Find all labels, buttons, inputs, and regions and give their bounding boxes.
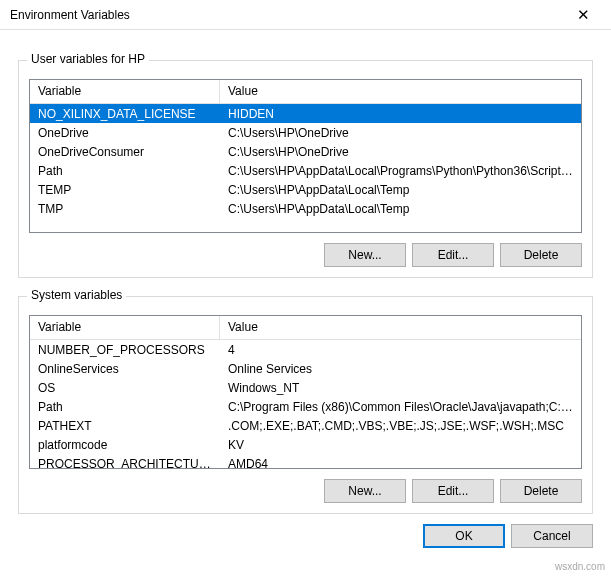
dialog-footer: OK Cancel: [423, 524, 593, 548]
table-row[interactable]: TMPC:\Users\HP\AppData\Local\Temp: [30, 199, 581, 218]
cell-value: HIDDEN: [220, 105, 581, 123]
cell-variable: PATHEXT: [30, 417, 220, 435]
column-header-value[interactable]: Value: [220, 80, 581, 103]
table-row[interactable]: OnlineServicesOnline Services: [30, 359, 581, 378]
table-row[interactable]: PathC:\Users\HP\AppData\Local\Programs\P…: [30, 161, 581, 180]
table-row[interactable]: PATHEXT.COM;.EXE;.BAT;.CMD;.VBS;.VBE;.JS…: [30, 416, 581, 435]
cell-value: C:\Users\HP\OneDrive: [220, 124, 581, 142]
system-variables-group: System variables Variable Value NUMBER_O…: [18, 296, 593, 514]
cell-value: C:\Users\HP\AppData\Local\Programs\Pytho…: [220, 162, 581, 180]
system-edit-button[interactable]: Edit...: [412, 479, 494, 503]
table-row[interactable]: NUMBER_OF_PROCESSORS4: [30, 340, 581, 359]
table-row[interactable]: OneDriveC:\Users\HP\OneDrive: [30, 123, 581, 142]
table-row[interactable]: OneDriveConsumerC:\Users\HP\OneDrive: [30, 142, 581, 161]
cell-variable: TEMP: [30, 181, 220, 199]
system-new-button[interactable]: New...: [324, 479, 406, 503]
watermark: wsxdn.com: [555, 561, 605, 572]
cell-variable: Path: [30, 162, 220, 180]
cell-variable: OS: [30, 379, 220, 397]
cell-variable: TMP: [30, 200, 220, 218]
cell-variable: Path: [30, 398, 220, 416]
cell-value: 4: [220, 341, 581, 359]
user-list-body[interactable]: NO_XILINX_DATA_LICENSEHIDDENOneDriveC:\U…: [30, 104, 581, 232]
user-variables-list[interactable]: Variable Value NO_XILINX_DATA_LICENSEHID…: [29, 79, 582, 233]
system-variables-list[interactable]: Variable Value NUMBER_OF_PROCESSORS4Onli…: [29, 315, 582, 469]
system-delete-button[interactable]: Delete: [500, 479, 582, 503]
column-header-variable[interactable]: Variable: [30, 316, 220, 339]
cell-variable: NUMBER_OF_PROCESSORS: [30, 341, 220, 359]
titlebar: Environment Variables ✕: [0, 0, 611, 30]
cell-variable: OnlineServices: [30, 360, 220, 378]
table-row[interactable]: NO_XILINX_DATA_LICENSEHIDDEN: [30, 104, 581, 123]
column-header-variable[interactable]: Variable: [30, 80, 220, 103]
cell-value: KV: [220, 436, 581, 454]
user-delete-button[interactable]: Delete: [500, 243, 582, 267]
cell-variable: OneDriveConsumer: [30, 143, 220, 161]
cell-value: Windows_NT: [220, 379, 581, 397]
cell-value: AMD64: [220, 455, 581, 469]
list-headers: Variable Value: [30, 316, 581, 340]
table-row[interactable]: TEMPC:\Users\HP\AppData\Local\Temp: [30, 180, 581, 199]
cancel-button[interactable]: Cancel: [511, 524, 593, 548]
column-header-value[interactable]: Value: [220, 316, 581, 339]
list-headers: Variable Value: [30, 80, 581, 104]
system-list-body[interactable]: NUMBER_OF_PROCESSORS4OnlineServicesOnlin…: [30, 340, 581, 468]
close-icon[interactable]: ✕: [563, 6, 603, 24]
cell-value: C:\Program Files (x86)\Common Files\Orac…: [220, 398, 581, 416]
cell-value: C:\Users\HP\AppData\Local\Temp: [220, 200, 581, 218]
user-variables-group: User variables for HP Variable Value NO_…: [18, 60, 593, 278]
cell-variable: OneDrive: [30, 124, 220, 142]
table-row[interactable]: PathC:\Program Files (x86)\Common Files\…: [30, 397, 581, 416]
user-button-row: New... Edit... Delete: [29, 243, 582, 267]
user-edit-button[interactable]: Edit...: [412, 243, 494, 267]
cell-value: C:\Users\HP\AppData\Local\Temp: [220, 181, 581, 199]
user-group-legend: User variables for HP: [27, 52, 149, 66]
cell-value: .COM;.EXE;.BAT;.CMD;.VBS;.VBE;.JS;.JSE;.…: [220, 417, 581, 435]
cell-value: Online Services: [220, 360, 581, 378]
table-row[interactable]: OSWindows_NT: [30, 378, 581, 397]
cell-variable: PROCESSOR_ARCHITECTURE: [30, 455, 220, 469]
system-button-row: New... Edit... Delete: [29, 479, 582, 503]
cell-variable: platformcode: [30, 436, 220, 454]
table-row[interactable]: platformcodeKV: [30, 435, 581, 454]
cell-variable: NO_XILINX_DATA_LICENSE: [30, 105, 220, 123]
ok-button[interactable]: OK: [423, 524, 505, 548]
table-row[interactable]: PROCESSOR_ARCHITECTUREAMD64: [30, 454, 581, 468]
dialog-content: User variables for HP Variable Value NO_…: [0, 30, 611, 514]
window-title: Environment Variables: [10, 8, 563, 22]
cell-value: C:\Users\HP\OneDrive: [220, 143, 581, 161]
system-group-legend: System variables: [27, 288, 126, 302]
user-new-button[interactable]: New...: [324, 243, 406, 267]
